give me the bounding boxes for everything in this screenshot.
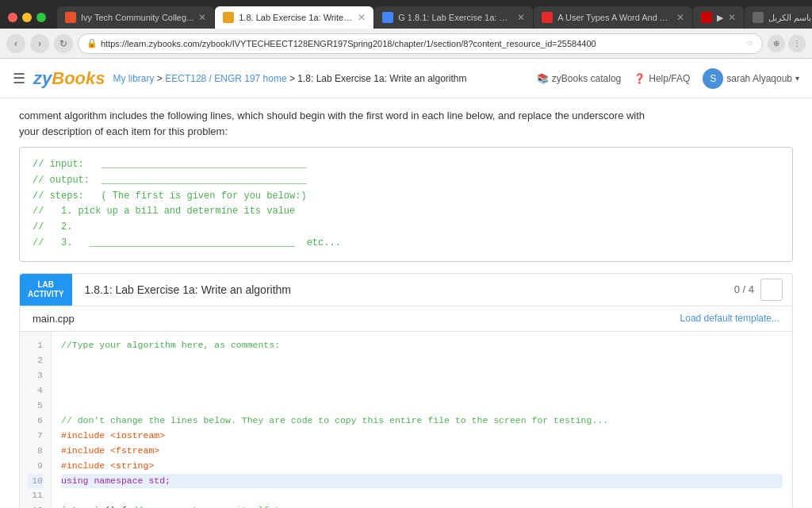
browser-window: Ivy Tech Community Colleg... ✕ 1.8. Lab …: [0, 0, 812, 59]
help-button[interactable]: ❓ Help/FAQ: [634, 73, 690, 84]
breadcrumb-section: 1.8: Lab Exercise 1a: Write an algorithm: [297, 73, 466, 84]
template-line1: // input: ______________________________…: [33, 157, 779, 173]
description-text: comment algorithm includes the following…: [19, 98, 793, 147]
tab-close-user[interactable]: ✕: [676, 12, 684, 23]
header-actions: 📚 zyBooks catalog ❓ Help/FAQ S sarah Aly…: [537, 68, 799, 89]
tab-zy1[interactable]: 1.8. Lab Exercise 1a: Write an... ✕: [215, 6, 373, 29]
tab-favicon-user: [542, 12, 553, 23]
minimize-button[interactable]: [22, 13, 32, 22]
zybooks-logo: zyBooks: [33, 68, 105, 89]
tab-favicon-ivy: [65, 12, 76, 23]
code-area[interactable]: 12345 6789 10 1112131415 161718 //Type y…: [20, 332, 792, 508]
editor-header: main.cpp Load default template...: [20, 306, 792, 332]
tab-favicon-g1: [382, 12, 393, 23]
tab-label-g1: G 1.8.1: Lab Exercise 1a: Write a...: [398, 13, 512, 22]
tab-close-g1[interactable]: ✕: [517, 12, 525, 23]
tab-ar[interactable]: دموع الباب | الراديو باسم الكربل... ✕: [745, 6, 812, 29]
template-line6: // 3. __________________________________…: [33, 236, 779, 252]
code-line-12: int main() { // program to copy itself t…: [61, 503, 783, 508]
lab-badge-line2: ACTIVITY: [28, 290, 64, 299]
menu-button[interactable]: ⋮: [788, 35, 806, 52]
user-name: sarah Alyaqoub: [726, 73, 792, 84]
refresh-button[interactable]: ↻: [54, 34, 73, 53]
book-icon: 📚: [537, 73, 549, 84]
browser-action-buttons: ⊕ ⋮: [768, 35, 806, 52]
code-line-5: [61, 398, 783, 414]
tab-close-zy1[interactable]: ✕: [358, 12, 366, 23]
tab-yt[interactable]: ▶ ✕: [693, 6, 744, 29]
load-template-button[interactable]: Load default template...: [680, 313, 779, 324]
lab-badge-line1: LAB: [28, 280, 64, 290]
code-line-1: //Type your algorithm here, as comments:: [61, 338, 783, 353]
back-button[interactable]: ‹: [6, 34, 25, 53]
lock-icon: 🔒: [86, 38, 98, 48]
code-line-10: using namespace std;: [61, 474, 783, 489]
tab-label-yt: ▶: [717, 13, 723, 23]
tab-label-zy1: 1.8. Lab Exercise 1a: Write an...: [239, 13, 353, 22]
app-header: ☰ zyBooks My library > EECT128 / ENGR 19…: [0, 59, 812, 98]
user-menu[interactable]: S sarah Alyaqoub ▾: [703, 68, 799, 89]
desc-line2: your description of each item for this p…: [19, 125, 228, 137]
tab-favicon-yt: [701, 12, 712, 23]
catalog-label: zyBooks catalog: [552, 73, 621, 84]
lab-score: 0 / 4: [734, 279, 792, 301]
tab-favicon-ar: [753, 12, 764, 23]
breadcrumb-course[interactable]: EECT128 / ENGR 197 home: [165, 73, 286, 84]
star-icon[interactable]: ☆: [746, 38, 754, 48]
lab-badge: LAB ACTIVITY: [20, 274, 72, 306]
traffic-lights[interactable]: [0, 6, 54, 29]
breadcrumb: My library > EECT128 / ENGR 197 home > 1…: [113, 73, 529, 84]
template-line4: // 1. pick up a bill and determine its v…: [33, 204, 779, 220]
chevron-down-icon: ▾: [795, 74, 799, 83]
close-button[interactable]: [8, 13, 17, 22]
breadcrumb-sep2: >: [289, 73, 297, 84]
code-line-2: [61, 353, 783, 368]
code-line-7: #include <iostream>: [61, 429, 783, 444]
code-line-3: [61, 368, 783, 383]
tab-label-ar: دموع الباب | الراديو باسم الكربل...: [768, 13, 812, 23]
extensions-button[interactable]: ⊕: [768, 35, 785, 52]
lab-title: 1.8.1: Lab Exercise 1a: Write an algorit…: [72, 275, 734, 304]
tab-user[interactable]: A User Types A Word And A N... ✕: [534, 6, 692, 29]
line-numbers: 12345 6789 10 1112131415 161718: [20, 332, 52, 508]
browser-controls: ‹ › ↻ 🔒 https://learn.zybooks.com/zybook…: [0, 29, 812, 59]
code-line-8: #include <fstream>: [61, 444, 783, 459]
tab-close-ivy[interactable]: ✕: [198, 12, 206, 23]
template-line3: // steps: ( The first is given for you b…: [33, 189, 779, 205]
help-label: Help/FAQ: [649, 73, 690, 84]
avatar: S: [703, 68, 723, 89]
lab-activity-header: LAB ACTIVITY 1.8.1: Lab Exercise 1a: Wri…: [19, 273, 793, 306]
tab-close-yt[interactable]: ✕: [728, 12, 736, 23]
score-box: [760, 279, 783, 301]
breadcrumb-library[interactable]: My library: [113, 73, 155, 84]
tab-label-user: A User Types A Word And A N...: [557, 13, 672, 22]
template-line2: // output: _____________________________…: [33, 173, 779, 189]
code-line-11: [61, 488, 783, 503]
tab-label-ivy: Ivy Tech Community Colleg...: [81, 13, 193, 22]
help-icon: ❓: [634, 73, 645, 84]
code-template-box: // input: ______________________________…: [19, 147, 793, 262]
address-bar[interactable]: 🔒 https://learn.zybooks.com/zybook/IVYTE…: [78, 33, 763, 54]
desc-line1: comment algorithm includes the following…: [19, 110, 645, 121]
template-line5: // 2.: [33, 220, 779, 236]
breadcrumb-sep1: >: [157, 73, 165, 84]
tab-ivy[interactable]: Ivy Tech Community Colleg... ✕: [57, 6, 214, 29]
address-text: https://learn.zybooks.com/zybook/IVYTECH…: [101, 39, 743, 48]
tab-g1[interactable]: G 1.8.1: Lab Exercise 1a: Write a... ✕: [374, 6, 533, 29]
code-lines[interactable]: //Type your algorithm here, as comments:…: [52, 332, 792, 508]
tab-favicon-zy1: [223, 12, 234, 23]
code-editor[interactable]: main.cpp Load default template... 12345 …: [19, 306, 793, 508]
score-text: 0 / 4: [734, 283, 754, 295]
code-line-4: [61, 383, 783, 398]
filename: main.cpp: [33, 313, 75, 325]
hamburger-menu[interactable]: ☰: [13, 70, 25, 87]
page-content: comment algorithm includes the following…: [0, 98, 812, 508]
maximize-button[interactable]: [36, 13, 46, 22]
code-line-6: // don't change the lines below. They ar…: [61, 414, 783, 429]
catalog-button[interactable]: 📚 zyBooks catalog: [537, 73, 621, 84]
tab-bar: Ivy Tech Community Colleg... ✕ 1.8. Lab …: [54, 0, 812, 29]
forward-button[interactable]: ›: [30, 34, 49, 53]
code-line-9: #include <string>: [61, 459, 783, 474]
